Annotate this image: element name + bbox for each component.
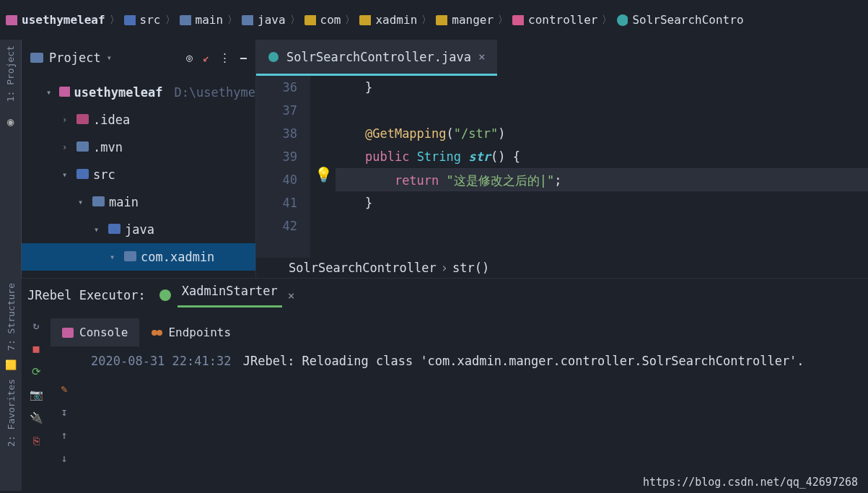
project-view-title[interactable]: Project ▾ xyxy=(30,51,112,65)
package-icon xyxy=(124,251,136,263)
folder-icon xyxy=(92,196,105,209)
svg-rect-12 xyxy=(76,141,89,152)
run-config-label: XadminStarter xyxy=(177,284,282,307)
tree-item-main[interactable]: ▾ main xyxy=(22,188,255,216)
tree-label: main xyxy=(109,195,139,209)
meet-icon[interactable]: ◉ xyxy=(7,115,14,128)
down-icon[interactable]: ↓ xyxy=(61,452,67,465)
svg-rect-11 xyxy=(76,114,89,124)
run-panel: 7: Structure 🟨 2: Favorites JRebel Execu… xyxy=(0,278,868,491)
console-tab-console[interactable]: Console xyxy=(51,318,139,346)
bc-com[interactable]: com xyxy=(320,13,341,27)
chevron-right-icon: 〉 xyxy=(345,14,355,27)
tree-label: usethymeleaf xyxy=(74,85,163,100)
camera-icon[interactable]: 📷 xyxy=(30,388,43,401)
terminal-icon xyxy=(62,328,74,338)
plug-icon[interactable]: 🔌 xyxy=(30,411,43,424)
console-output[interactable]: 2020-08-31 22:41:32 JRebel: Reloading cl… xyxy=(78,346,868,491)
minimize-icon[interactable]: — xyxy=(240,51,247,64)
class-icon xyxy=(268,51,279,63)
svg-rect-4 xyxy=(304,15,316,25)
svg-rect-2 xyxy=(180,15,191,25)
edit-icon[interactable]: ✎ xyxy=(61,383,67,396)
chevron-down-icon: ▾ xyxy=(62,170,72,180)
tool-window-structure[interactable]: 7: Structure xyxy=(6,283,17,351)
chevron-right-icon: 〉 xyxy=(498,14,508,27)
tree-label: src xyxy=(93,167,115,182)
filter-icon[interactable]: ↧ xyxy=(61,406,67,419)
tree-item-java[interactable]: ▾ java xyxy=(22,216,255,243)
chevron-right-icon: › xyxy=(62,115,72,125)
intention-bulb-icon[interactable]: 💡 xyxy=(315,166,333,183)
bottom-tool-strip: 7: Structure 🟨 2: Favorites xyxy=(0,279,22,491)
code-body[interactable]: } @GetMapping("/str") public String str(… xyxy=(336,76,868,258)
project-panel: Project ▾ ◎ ↙ ⋮ — ▾ usethymeleaf D:\uset… xyxy=(22,40,256,278)
collapse-icon[interactable]: ↙ xyxy=(203,51,209,64)
spring-icon xyxy=(159,289,172,302)
console-tab-endpoints[interactable]: Endpoints xyxy=(139,318,242,346)
bc-src[interactable]: src xyxy=(140,13,161,27)
run-config-tab[interactable]: XadminStarter × xyxy=(159,284,295,307)
svg-rect-6 xyxy=(436,15,447,25)
tool-window-project[interactable]: 1: Project xyxy=(5,45,16,102)
folder-idea-icon xyxy=(76,114,89,126)
bc-xadmin[interactable]: xadmin xyxy=(375,13,417,27)
tree-item-package[interactable]: ▾ com.xadmin xyxy=(22,243,255,271)
close-icon[interactable]: × xyxy=(288,289,295,302)
svg-rect-15 xyxy=(108,224,120,234)
chevron-right-icon: 〉 xyxy=(421,14,431,27)
folder-icon xyxy=(76,141,89,154)
bc-controller[interactable]: controller xyxy=(528,13,597,27)
bc-manger[interactable]: manger xyxy=(452,13,494,27)
bc-file[interactable]: SolrSearchContro xyxy=(632,13,743,27)
svg-rect-5 xyxy=(359,15,371,25)
tree-item-src[interactable]: ▾ src xyxy=(22,161,255,188)
left-tool-strip: 1: Project ◉ xyxy=(0,40,22,278)
console-output-toolbar: ✎ ↧ ↑ ↓ xyxy=(51,346,78,491)
panel-title: JRebel Executor: xyxy=(27,288,146,302)
svg-point-21 xyxy=(157,330,162,336)
tree-label: com.xadmin xyxy=(141,250,214,264)
tab-label: SolrSearchController.java xyxy=(286,50,471,64)
up-icon[interactable]: ↑ xyxy=(61,429,67,442)
folder-icon xyxy=(30,53,43,63)
bc-main[interactable]: main xyxy=(196,13,224,27)
chevron-down-icon: ▾ xyxy=(107,53,112,63)
more-icon[interactable]: ⋮ xyxy=(219,51,230,64)
package-icon xyxy=(436,14,447,26)
bc-java[interactable]: java xyxy=(258,13,286,27)
svg-rect-7 xyxy=(512,15,524,25)
svg-point-20 xyxy=(152,330,157,336)
tree-label: .idea xyxy=(93,113,130,127)
refresh-icon[interactable]: ⟳ xyxy=(32,365,41,378)
bc-root[interactable]: usethymeleaf xyxy=(22,13,105,27)
stop-icon[interactable]: ■ xyxy=(32,342,39,355)
tree-path: D:\usethyme xyxy=(174,85,255,100)
annotation-gutter: 💡 xyxy=(310,76,336,258)
editor-breadcrumb[interactable]: SolrSearchController › str() xyxy=(256,258,868,278)
editor-tab[interactable]: SolrSearchController.java × xyxy=(256,40,497,76)
editor: SolrSearchController.java × 36 37 38 39 … xyxy=(256,40,868,278)
tool-window-favorites[interactable]: 2: Favorites xyxy=(6,379,17,447)
close-icon[interactable]: × xyxy=(478,50,486,64)
target-icon[interactable]: ◎ xyxy=(186,51,193,64)
tree-item-idea[interactable]: › .idea xyxy=(22,106,255,134)
structure-icon[interactable]: 🟨 xyxy=(5,359,17,370)
tree-item-mvn[interactable]: › .mvn xyxy=(22,134,255,161)
svg-rect-1 xyxy=(124,15,136,25)
svg-rect-0 xyxy=(6,15,17,25)
breadcrumb: usethymeleaf 〉 src 〉 main 〉 java 〉 com 〉… xyxy=(0,0,868,40)
chevron-down-icon: ▾ xyxy=(78,197,88,207)
editor-tabs: SolrSearchController.java × xyxy=(256,40,868,76)
tree-root[interactable]: ▾ usethymeleaf D:\usethyme xyxy=(22,79,255,106)
chevron-right-icon: 〉 xyxy=(165,14,175,27)
folder-icon xyxy=(242,14,253,26)
chevron-right-icon: › xyxy=(62,142,72,152)
class-icon xyxy=(616,14,628,26)
exit-icon[interactable]: ⎘ xyxy=(33,435,40,448)
folder-icon xyxy=(59,87,70,99)
folder-icon xyxy=(108,224,120,236)
rerun-icon[interactable]: ↻ xyxy=(32,319,39,332)
project-icon xyxy=(6,14,17,26)
chevron-right-icon: 〉 xyxy=(602,14,612,27)
